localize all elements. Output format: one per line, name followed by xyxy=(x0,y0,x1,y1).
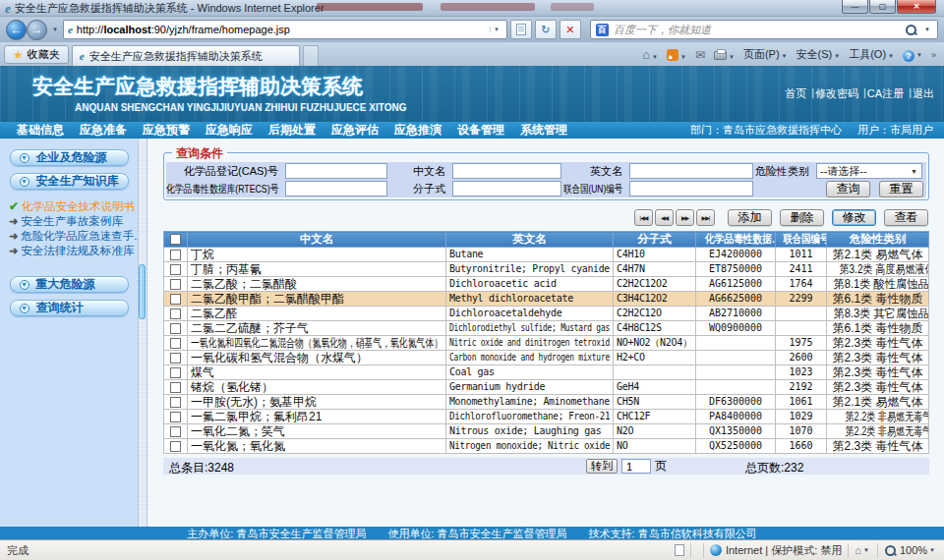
close-button[interactable]: ✕ xyxy=(897,0,936,14)
table-row[interactable]: 一氧化氮；氧化氮Nitrogen monoxide; Nitric oxideN… xyxy=(164,439,929,454)
total-pages-label: 总页数:232 xyxy=(745,460,803,476)
page-number-input[interactable]: 1 xyxy=(621,459,651,474)
back-button[interactable]: ← xyxy=(6,20,27,40)
en-name-input[interactable] xyxy=(629,163,753,179)
sidebar-item-1-1[interactable]: ➜安全生产事故案例库 xyxy=(9,215,138,228)
nav-item-4[interactable]: 后期处置 xyxy=(261,122,324,139)
sidebar-group-3[interactable]: ▼查询统计 xyxy=(10,300,129,316)
sidebar-group-0[interactable]: ▼企业及危险源 xyxy=(10,149,129,166)
sidebar-item-1-3[interactable]: ➜安全法律法规及标准库 xyxy=(9,245,138,257)
table-row[interactable]: 二氯乙醛DichloroacetaldehydeC2H2C12OAB271000… xyxy=(164,307,929,321)
cn-name-input[interactable] xyxy=(452,163,561,179)
select-all-checkbox[interactable] xyxy=(170,234,181,245)
sidebar-group-2[interactable]: ▼重大危险源 xyxy=(10,276,129,293)
row-checkbox[interactable] xyxy=(170,279,181,290)
row-checkbox[interactable] xyxy=(170,426,181,437)
stop-button[interactable]: ✕ xyxy=(560,20,581,39)
search-button[interactable]: 查询 xyxy=(826,181,870,197)
table-row[interactable]: 丁腈；丙基氰Butyronitrile; Propyl cyanideC4H7N… xyxy=(164,262,929,277)
sidebar-item-1-2[interactable]: ➜危险化学品应急速查手... xyxy=(9,230,138,243)
nav-item-8[interactable]: 系统管理 xyxy=(512,122,575,139)
nav-item-7[interactable]: 设备管理 xyxy=(449,122,512,139)
row-checkbox[interactable] xyxy=(170,397,181,408)
address-dropdown-icon[interactable]: ▼ xyxy=(490,27,502,32)
safety-menu[interactable]: 安全(S)▼ xyxy=(796,47,841,62)
address-input[interactable]: e http://localhost:90/yjzh/frame/homepag… xyxy=(63,20,507,39)
row-checkbox[interactable] xyxy=(170,382,181,393)
nav-item-1[interactable]: 应急准备 xyxy=(72,122,135,139)
splitter-handle[interactable] xyxy=(139,264,146,319)
nav-item-0[interactable]: 基础信息 xyxy=(9,122,72,139)
table-row[interactable]: 一氧化碳和氢气混合物（水煤气）Carbon monoxide and hydro… xyxy=(164,351,929,365)
header-link-1[interactable]: 修改密码 xyxy=(815,86,858,101)
view-button[interactable]: 查看 xyxy=(884,209,928,226)
zoom-level[interactable]: 100% xyxy=(900,544,927,556)
first-page-button[interactable]: |◀◀ xyxy=(634,209,653,226)
add-button[interactable]: 添加 xyxy=(728,209,772,226)
modify-button[interactable]: 修改 xyxy=(832,209,876,226)
print-button[interactable]: ▼ xyxy=(714,49,735,61)
reset-button[interactable]: 重置 xyxy=(879,181,923,197)
favorites-button[interactable]: ★ 收藏夹 xyxy=(4,45,69,64)
row-checkbox[interactable] xyxy=(170,250,181,260)
search-input[interactable]: 百 百度一下，你就知道 ▼ xyxy=(590,20,938,39)
row-checkbox[interactable] xyxy=(170,367,181,378)
row-checkbox[interactable] xyxy=(170,294,181,305)
feeds-button[interactable]: ▼ xyxy=(667,49,686,61)
maximize-button[interactable]: ▢ xyxy=(869,0,896,14)
table-row[interactable]: 锗烷（氢化锗）Germanium hydrideGeH42192第2.3类 毒性… xyxy=(164,380,929,395)
row-checkbox[interactable] xyxy=(170,308,181,319)
table-row[interactable]: 二氯乙酸甲酯；二氯醋酸甲酯Methyl dichloroacetateC3H4C… xyxy=(164,292,929,307)
table-row[interactable]: 二氯二乙硫醚；芥子气Dichlorodiethyl sulfide; Musta… xyxy=(164,321,929,336)
forward-button[interactable]: → xyxy=(27,20,47,40)
new-tab-button[interactable] xyxy=(303,45,319,66)
help-menu[interactable]: ?▼ xyxy=(903,47,922,62)
tab-active[interactable]: e 安全生产应急救援指挥辅助决策系统 xyxy=(72,45,300,66)
sidebar-group-1[interactable]: ▼安全生产知识库 xyxy=(10,173,129,190)
zoom-dropdown[interactable]: ▼ xyxy=(929,547,935,553)
splitter[interactable] xyxy=(138,139,148,527)
nav-item-2[interactable]: 应急预警 xyxy=(135,122,198,139)
recent-pages-dropdown[interactable]: ▼ xyxy=(52,27,58,32)
table-row[interactable]: 二氯乙酸；二氯醋酸Dichloroacetic acidC2H2C12O2AG6… xyxy=(164,277,929,292)
nav-item-5[interactable]: 应急评估 xyxy=(324,122,386,139)
table-row[interactable]: 一氧化氮和四氧化二氮混合物（氮氧化物，硝基气，氧化氮气体）Nitric oxid… xyxy=(164,336,929,351)
row-checkbox[interactable] xyxy=(170,264,181,275)
header-link-3[interactable]: 退出 xyxy=(913,86,934,101)
page-menu[interactable]: 页面(P)▼ xyxy=(743,47,788,62)
sidebar-item-1-0[interactable]: ✔化学品安全技术说明书 xyxy=(9,200,138,213)
hazard-class-select[interactable]: --请选择--▼ xyxy=(816,163,922,179)
table-row[interactable]: 一甲胺(无水)；氨基甲烷Monomethylamine; Aminomethan… xyxy=(164,395,929,410)
row-checkbox[interactable] xyxy=(170,338,181,349)
home-button[interactable]: ⌂▼ xyxy=(642,49,658,61)
last-page-button[interactable]: ▶▶| xyxy=(696,209,715,226)
search-options-dropdown[interactable]: ▼ xyxy=(924,27,930,32)
table-row[interactable]: 一氟二氯甲烷；氟利昂21Dichlorofluoromethane; Freon… xyxy=(164,410,929,424)
prev-page-button[interactable]: ◀◀ xyxy=(655,209,674,226)
nav-item-6[interactable]: 应急推演 xyxy=(386,122,449,139)
more-commands-chevron[interactable]: » xyxy=(931,50,936,60)
delete-button[interactable]: 删除 xyxy=(780,209,824,226)
row-checkbox[interactable] xyxy=(170,412,181,422)
row-checkbox[interactable] xyxy=(170,441,181,452)
search-icon[interactable] xyxy=(905,24,917,36)
nav-item-3[interactable]: 应急响应 xyxy=(198,122,261,139)
formula-input[interactable] xyxy=(452,181,561,196)
tools-menu[interactable]: 工具(O)▼ xyxy=(849,47,894,62)
table-row[interactable]: 丁烷ButaneC4H10EJ42000001011第2.1类 易燃气体 xyxy=(164,248,929,262)
table-row[interactable]: 煤气Coal gas1023第2.3类 毒性气体 xyxy=(164,365,929,380)
header-link-2[interactable]: CA注册 xyxy=(867,86,904,101)
next-page-button[interactable]: ▶▶ xyxy=(676,209,694,226)
cas-input[interactable] xyxy=(285,163,387,179)
row-checkbox[interactable] xyxy=(170,323,181,334)
table-row[interactable]: 一氧化二氮；笑气Nitrous oxide; Laughing gasN2OQX… xyxy=(164,424,929,439)
rtecs-input[interactable] xyxy=(285,181,387,196)
goto-page-button[interactable]: 转到 xyxy=(586,459,618,474)
header-link-0[interactable]: 首页 xyxy=(785,86,806,101)
un-number-input[interactable] xyxy=(629,181,753,196)
row-checkbox[interactable] xyxy=(170,353,181,364)
refresh-button[interactable]: ↻ xyxy=(535,20,557,39)
minimize-button[interactable]: — xyxy=(842,0,868,14)
compatibility-view-button[interactable] xyxy=(510,20,532,39)
read-mail-button[interactable]: ✉ xyxy=(695,48,705,62)
